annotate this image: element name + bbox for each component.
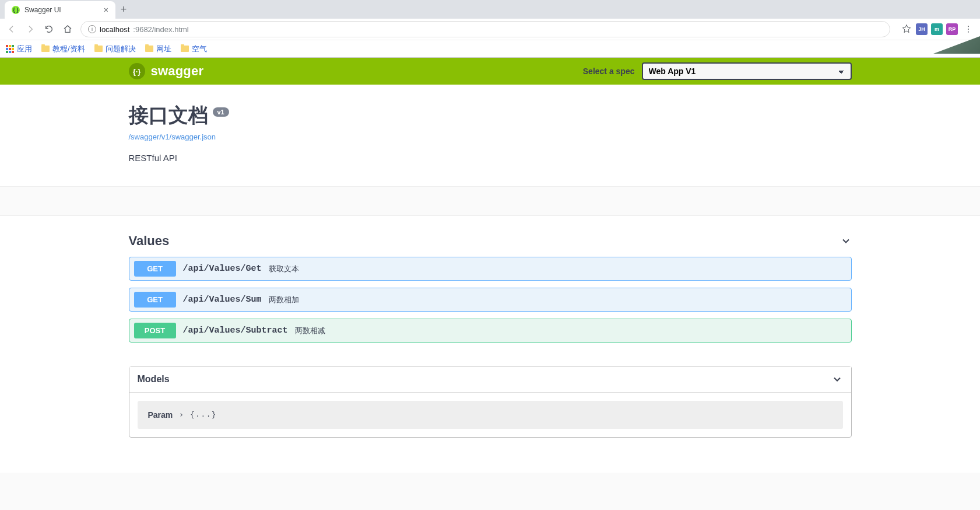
forward-button[interactable] [24, 23, 36, 35]
home-button[interactable] [62, 23, 73, 35]
model-preview: {...} [190, 411, 217, 419]
chevron-right-icon [178, 410, 184, 420]
swagger-topbar: {·} swagger Select a spec Web App V1 [0, 58, 980, 85]
url-path: :9682/index.html [133, 25, 188, 34]
folder-icon [181, 46, 189, 52]
extension-badge[interactable]: m [931, 23, 943, 35]
model-item[interactable]: Param{...} [138, 401, 843, 429]
svg-point-0 [968, 26, 969, 27]
svg-point-2 [968, 32, 969, 33]
folder-icon [41, 46, 50, 52]
folder-icon [94, 46, 103, 52]
models-section: Models Param{...} [129, 366, 852, 438]
models-title: Models [138, 374, 170, 385]
bookmark-label: 空气 [192, 44, 207, 54]
url-host: localhost [100, 25, 129, 34]
version-badge: v1 [213, 107, 229, 117]
back-button[interactable] [6, 23, 17, 35]
http-method-badge: GET [134, 261, 176, 277]
extension-badges: JHmRP [916, 23, 958, 35]
chevron-down-icon [840, 235, 852, 247]
bookmark-folder[interactable]: 网址 [145, 44, 171, 54]
browser-chrome: { } Swagger UI × + i localhost:9682/inde… [0, 0, 980, 58]
tag-header[interactable]: Values [129, 233, 852, 249]
bookmarks-bar: 应用 教程/资料问题解决网址空气 [0, 40, 980, 57]
operation-row[interactable]: GET/api/Values/Get获取文本 [129, 257, 852, 281]
bookmark-label: 网址 [156, 44, 171, 54]
api-description: RESTful API [129, 153, 852, 163]
model-name: Param [148, 410, 173, 420]
browser-menu-icon[interactable] [963, 23, 974, 35]
browser-tab[interactable]: { } Swagger UI × [5, 1, 115, 19]
api-title: 接口文档 v1 [129, 102, 852, 129]
apps-shortcut[interactable]: 应用 [6, 44, 32, 54]
operation-path: /api/Values/Subtract [183, 326, 288, 336]
swagger-favicon: { } [12, 6, 20, 14]
operation-summary: 获取文本 [269, 264, 299, 274]
reload-button[interactable] [43, 23, 55, 35]
spec-selector-label: Select a spec [583, 67, 635, 76]
operations-section: Values GET/api/Values/Get获取文本GET/api/Val… [0, 216, 980, 473]
tab-title: Swagger UI [24, 6, 61, 14]
http-method-badge: GET [134, 292, 176, 308]
section-divider [0, 187, 980, 216]
tag-name: Values [129, 233, 170, 249]
swagger-brand[interactable]: {·} swagger [129, 63, 204, 79]
operation-summary: 两数相加 [269, 295, 299, 305]
address-bar[interactable]: i localhost:9682/index.html [80, 21, 890, 37]
bookmark-folder[interactable]: 空气 [181, 44, 207, 54]
spec-select[interactable]: Web App V1 [642, 62, 852, 80]
bookmark-folder[interactable]: 教程/资料 [41, 44, 85, 54]
operation-row[interactable]: GET/api/Values/Sum两数相加 [129, 288, 852, 312]
swagger-logo-icon: {·} [129, 63, 145, 79]
tab-strip: { } Swagger UI × + [0, 0, 980, 19]
folder-icon [145, 46, 153, 52]
definition-link[interactable]: /swagger/v1/swagger.json [129, 132, 216, 141]
bookmark-label: 问题解决 [106, 44, 136, 54]
models-header[interactable]: Models [129, 366, 851, 393]
close-tab-icon[interactable]: × [104, 5, 108, 15]
apps-grid-icon [6, 45, 14, 53]
operation-summary: 两数相减 [295, 326, 325, 336]
site-info-icon[interactable]: i [88, 25, 96, 33]
extension-badge[interactable]: JH [916, 23, 928, 35]
info-section: 接口文档 v1 /swagger/v1/swagger.json RESTful… [0, 85, 980, 187]
spec-selector: Select a spec Web App V1 [583, 62, 852, 80]
apps-label: 应用 [17, 44, 32, 54]
browser-toolbar: i localhost:9682/index.html JHmRP [0, 19, 980, 40]
chevron-down-icon [831, 373, 843, 385]
api-title-text: 接口文档 [129, 102, 208, 129]
operation-path: /api/Values/Sum [183, 295, 262, 305]
http-method-badge: POST [134, 323, 176, 338]
svg-point-1 [968, 29, 969, 30]
extension-badge[interactable]: RP [946, 23, 958, 35]
operations-list: GET/api/Values/Get获取文本GET/api/Values/Sum… [129, 257, 852, 343]
swagger-brand-text: swagger [151, 64, 204, 79]
new-tab-button[interactable]: + [115, 4, 132, 16]
bookmark-label: 教程/资料 [52, 44, 85, 54]
operation-row[interactable]: POST/api/Values/Subtract两数相减 [129, 319, 852, 343]
bookmark-folder[interactable]: 问题解决 [94, 44, 136, 54]
operation-path: /api/Values/Get [183, 264, 262, 274]
bookmark-star-icon[interactable] [902, 24, 911, 35]
